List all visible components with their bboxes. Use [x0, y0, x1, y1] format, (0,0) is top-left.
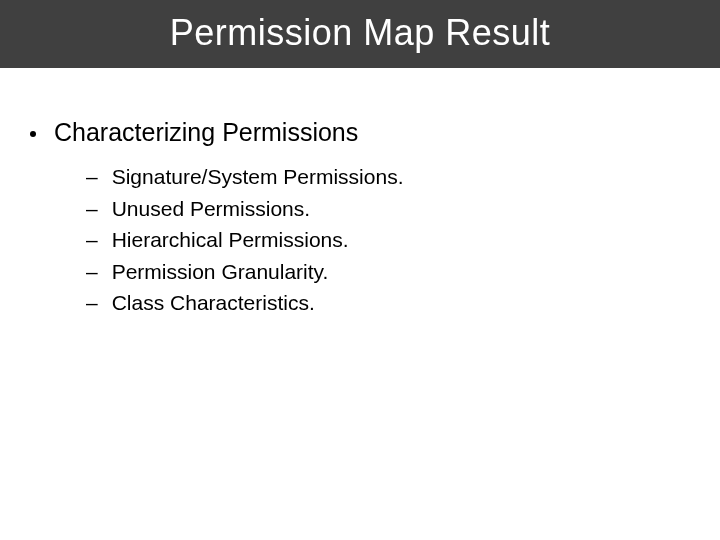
dash-icon: – — [86, 224, 98, 256]
list-item-label: Permission Granularity. — [112, 256, 329, 288]
list-item: Characterizing Permissions — [30, 118, 690, 147]
bullet-list-level2: – Signature/System Permissions. – Unused… — [86, 161, 690, 319]
bullet-list-level1: Characterizing Permissions — [30, 118, 690, 147]
list-item: – Unused Permissions. — [86, 193, 690, 225]
bullet-icon — [30, 131, 36, 137]
slide-title: Permission Map Result — [170, 12, 551, 53]
list-item-label: Class Characteristics. — [112, 287, 315, 319]
slide-content: Characterizing Permissions – Signature/S… — [0, 68, 720, 319]
list-item-label: Characterizing Permissions — [54, 118, 358, 147]
list-item: – Permission Granularity. — [86, 256, 690, 288]
dash-icon: – — [86, 161, 98, 193]
list-item: – Hierarchical Permissions. — [86, 224, 690, 256]
dash-icon: – — [86, 256, 98, 288]
list-item-label: Signature/System Permissions. — [112, 161, 404, 193]
list-item-label: Hierarchical Permissions. — [112, 224, 349, 256]
list-item: – Class Characteristics. — [86, 287, 690, 319]
list-item: – Signature/System Permissions. — [86, 161, 690, 193]
list-item-label: Unused Permissions. — [112, 193, 310, 225]
dash-icon: – — [86, 287, 98, 319]
slide-title-bar: Permission Map Result — [0, 0, 720, 68]
dash-icon: – — [86, 193, 98, 225]
